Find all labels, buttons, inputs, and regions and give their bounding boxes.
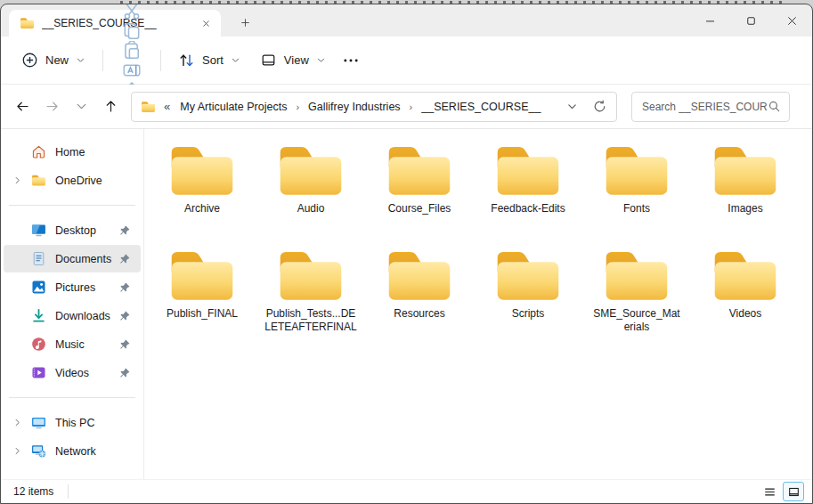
desktop-icon <box>31 223 46 238</box>
folder-tile[interactable]: Fonts <box>582 141 691 246</box>
network-icon <box>31 443 46 459</box>
folder-tile[interactable]: Scripts <box>474 246 582 351</box>
folder-tile[interactable]: Videos <box>691 246 800 351</box>
chevron-right-icon[interactable] <box>9 175 25 187</box>
tab-close-icon[interactable] <box>198 15 214 31</box>
sidebar-item-label: Downloads <box>55 310 118 322</box>
rename-icon <box>122 61 142 80</box>
minimize-button[interactable] <box>689 4 730 37</box>
chevron-down-icon <box>76 55 85 65</box>
sidebar-item-network[interactable]: Network <box>4 437 141 465</box>
folder-tile[interactable]: Resources <box>365 246 474 351</box>
sidebar-item-documents[interactable]: Documents <box>4 245 141 272</box>
sidebar-item-downloads[interactable]: Downloads <box>4 302 141 329</box>
view-button-label: View <box>284 53 309 67</box>
chevron-right-icon[interactable] <box>9 417 25 429</box>
sidebar-item-music[interactable]: Music <box>4 330 141 358</box>
sidebar-item-label: This PC <box>55 417 135 429</box>
navigation-pane: HomeOneDriveDesktopDocumentsPicturesDown… <box>1 129 144 479</box>
breadcrumb-separator-icon: › <box>290 102 305 112</box>
screen: __SERIES_COURSE__ New Sort <box>0 0 813 504</box>
chevron-placeholder <box>9 253 25 265</box>
folder-grid: ArchiveAudioCourse_FilesFeedback-EditsFo… <box>144 129 812 351</box>
sidebar-item-onedrive[interactable]: OneDrive <box>4 167 141 194</box>
status-bar: 12 items <box>1 479 812 503</box>
address-bar[interactable]: « My Articulate Projects›Gallifrey Indus… <box>131 92 617 122</box>
pictures-icon <box>31 280 46 295</box>
folder-tile[interactable]: Publish_FINAL <box>148 246 256 351</box>
folder-tile[interactable]: Course_Files <box>365 141 474 246</box>
large-icons-view-button[interactable] <box>783 482 804 501</box>
details-view-button[interactable] <box>759 482 780 501</box>
chevron-placeholder <box>9 224 25 237</box>
search-input[interactable]: Search __SERIES_COURSE__ <box>631 92 790 122</box>
recent-locations-button[interactable] <box>67 92 96 122</box>
folder-name: Publish_FINAL <box>167 307 238 321</box>
maximize-button[interactable] <box>730 4 771 37</box>
documents-icon <box>31 251 46 266</box>
breadcrumb-collapse-indicator[interactable]: « <box>164 100 170 113</box>
folder-icon <box>710 248 781 303</box>
sort-button[interactable]: Sort <box>168 45 250 77</box>
chevron-right-icon[interactable] <box>9 445 25 458</box>
chevron-down-icon <box>231 55 240 65</box>
chevron-placeholder <box>9 310 25 322</box>
sidebar-item-desktop[interactable]: Desktop <box>4 216 141 244</box>
folder-tile[interactable]: Archive <box>148 141 256 246</box>
paste-button[interactable] <box>122 41 142 61</box>
toolbar-divider <box>102 50 103 71</box>
close-button[interactable] <box>771 4 812 37</box>
sort-button-label: Sort <box>202 53 224 67</box>
folder-tile[interactable]: SME_Source_Mat erials <box>582 246 691 351</box>
pin-icon <box>118 367 131 379</box>
folder-name: Audio <box>297 202 325 215</box>
sidebar-item-videos[interactable]: Videos <box>4 359 141 386</box>
folder-name: Publish_Tests...DE LETEAFTERFINAL <box>264 307 356 334</box>
home-icon <box>31 144 46 159</box>
new-button[interactable]: New <box>12 45 95 77</box>
chevron-placeholder <box>9 367 25 379</box>
breadcrumb-item[interactable]: My Articulate Projects <box>176 99 290 115</box>
window-controls <box>689 4 812 37</box>
folder-tile[interactable]: Images <box>691 141 800 246</box>
sidebar-item-label: Pictures <box>55 281 118 294</box>
folder-tile[interactable]: Audio <box>256 141 365 246</box>
main-area: HomeOneDriveDesktopDocumentsPicturesDown… <box>1 129 812 479</box>
rename-button[interactable] <box>122 61 142 80</box>
view-button[interactable]: View <box>250 45 336 77</box>
pin-icon <box>118 281 131 294</box>
see-more-button[interactable] <box>341 51 361 70</box>
new-button-label: New <box>45 53 69 67</box>
new-tab-button[interactable] <box>233 11 256 34</box>
refresh-icon[interactable] <box>592 99 607 114</box>
back-button[interactable] <box>8 92 37 122</box>
forward-button[interactable] <box>37 92 67 122</box>
pin-icon <box>118 310 131 322</box>
breadcrumb-item[interactable]: __SERIES_COURSE__ <box>418 99 544 115</box>
address-dropdown-icon[interactable] <box>566 101 578 112</box>
copy-button[interactable] <box>122 21 142 41</box>
music-icon <box>31 337 46 352</box>
sidebar-item-this-pc[interactable]: This PC <box>4 409 141 436</box>
pin-icon <box>118 338 131 351</box>
folder-icon <box>601 248 672 303</box>
sidebar-item-pictures[interactable]: Pictures <box>4 273 141 301</box>
folder-tile[interactable]: Publish_Tests...DE LETEAFTERFINAL <box>256 246 365 351</box>
folder-icon <box>167 142 238 198</box>
folder-icon <box>601 142 672 198</box>
folder-icon <box>275 142 346 198</box>
sidebar-item-label: Home <box>55 146 135 159</box>
search-icon <box>768 100 781 113</box>
status-bar-divider <box>68 484 69 499</box>
cut-button[interactable] <box>122 4 142 21</box>
breadcrumb-item[interactable]: Gallifrey Industries <box>305 99 404 115</box>
sidebar-item-home[interactable]: Home <box>4 138 141 166</box>
toolbar-divider <box>160 50 161 71</box>
sidebar-item-label: Music <box>55 338 118 351</box>
command-toolbar: New Sort View <box>1 37 812 85</box>
folder-icon <box>384 248 455 303</box>
up-button[interactable] <box>96 92 126 122</box>
folder-tile[interactable]: Feedback-Edits <box>474 141 582 246</box>
downloads-icon <box>31 308 46 323</box>
folder-name: Resources <box>394 307 444 321</box>
